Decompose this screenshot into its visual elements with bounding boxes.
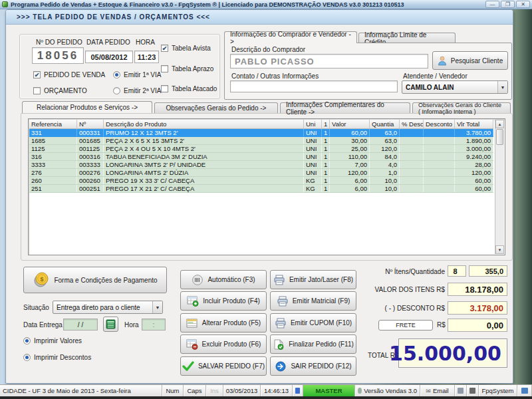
contato-field[interactable]: [230, 80, 398, 92]
orcamento-checkbox[interactable]: ORÇAMENTO: [33, 87, 87, 94]
situacao-label: Situação: [23, 304, 49, 311]
scroll-down-icon[interactable]: ▼: [495, 245, 504, 254]
table-body: 331 000331 PRUMO 12 X 12 3MTS 2' UNI 1 6…: [29, 129, 493, 193]
descricao-comprador-field[interactable]: PABLO PICASSO: [230, 54, 428, 68]
tab-observacoes-pedido[interactable]: Observações Gerais do Pedido ->: [154, 102, 278, 113]
radio-icon: [23, 337, 31, 344]
desconto-label: ( - ) DESCONTO R$: [365, 305, 445, 312]
tabela-avista-checkbox[interactable]: ✔ Tabela Avista: [161, 45, 211, 52]
hora-entrega-field[interactable]: :: [142, 319, 166, 331]
valor-itens-label: VALOR DOS ITENS R$: [365, 286, 445, 293]
scroll-up-icon[interactable]: ▲: [495, 120, 504, 128]
sair-pedido-button[interactable]: SAIR PEDIDO (F12): [270, 356, 356, 376]
table-row[interactable]: 331 000331 PRUMO 12 X 12 3MTS 2' UNI 1 6…: [29, 129, 493, 137]
table-row[interactable]: 3333 003333 LONGARINA 3MTS 2' P/ UNIDADE…: [29, 161, 493, 169]
header-uni[interactable]: Uni: [304, 120, 322, 129]
emitir-cupom-button[interactable]: Emitir CUPOM (F10): [270, 313, 356, 332]
imprimir-descontos-radio[interactable]: Imprimir Descontos: [23, 354, 91, 361]
frete-currency-label: R$: [437, 321, 446, 329]
minimize-button[interactable]: —: [485, 1, 499, 8]
emitir-matricial-button[interactable]: Emitir Matricial (F9): [270, 291, 356, 311]
header-vlr-total[interactable]: Vlr Total: [455, 120, 493, 129]
envelope-icon: ✉: [426, 388, 431, 394]
order-groupbox: Nº DO PEDIDO 18056 DATA PEDIDO 05/08/201…: [19, 34, 220, 99]
window-title: Programa Pedido de Vendas + Estoque & Fi…: [11, 1, 485, 8]
table-row[interactable]: 260 000260 PREGO 19 X 33 3' C/ CABEÇA KG…: [29, 177, 493, 185]
status-bar: CIDADE - UF 3 de Maio de 2013 - Sexta-fe…: [0, 384, 532, 396]
calendar-button[interactable]: [103, 317, 118, 332]
table-row[interactable]: 1125 001125 PEÇA 2 X 4 OU 5 X 10 4MTS 2'…: [29, 145, 493, 153]
emitir-1via-radio[interactable]: Emitir 1ª VIA: [113, 71, 162, 78]
numero-pedido-field[interactable]: 18056: [32, 47, 84, 64]
status-time: 14:46:13: [261, 385, 293, 396]
tab-relacionar-produtos[interactable]: Relacionar Produtos e Serviços ->: [22, 101, 152, 113]
status-connection-seg: [467, 385, 479, 396]
tabela-atacado-checkbox[interactable]: Tabela Atacado: [161, 85, 217, 92]
table-row[interactable]: 1685 001685 PEÇA 2 X 6 5 X 15 3MTS 2' UN…: [29, 137, 493, 145]
tab-limite-credito[interactable]: Informação Limite de Crédito: [358, 33, 456, 43]
data-entrega-label: Data Entrega: [23, 321, 63, 329]
finalizar-pedido-button[interactable]: Finalizar Pedido (F11): [270, 334, 356, 354]
tab-comprador-vendedor[interactable]: Informações do Comprador e Vendedor ->: [224, 31, 357, 43]
calendar-icon: [106, 319, 116, 329]
printer-icon: [277, 296, 289, 307]
radio-icon: [113, 71, 120, 78]
data-pedido-field[interactable]: 05/08/2012: [85, 51, 133, 63]
header-valor[interactable]: Valor: [330, 120, 370, 129]
coin-icon: $: [33, 271, 50, 289]
hora-field[interactable]: 11:23: [134, 51, 159, 63]
desconto-box: 3.178,00: [448, 301, 507, 315]
itens-quantidade-label: Nº Ítens/Quantidade: [365, 268, 445, 275]
buyer-panel: Descrição do Comprador PABLO PICASSO Pes…: [224, 43, 512, 100]
checkbox-empty-icon: [161, 85, 168, 92]
salvar-pedido-button[interactable]: SALVAR PEDIDO (F7): [180, 356, 267, 376]
data-entrega-field[interactable]: / /: [63, 319, 98, 331]
pedido-venda-checkbox[interactable]: ✔ PEDIDO DE VENDA: [33, 71, 105, 78]
alterar-produto-button[interactable]: Alterar Produto (F5): [180, 313, 267, 332]
header-descricao[interactable]: Descrição do Produto: [104, 120, 304, 129]
emitir-2via-radio[interactable]: Emitir 2ª VIA: [113, 87, 162, 94]
hora-entrega-label: Hora: [124, 321, 139, 329]
situacao-select[interactable]: Entrega direto para o cliente ▼: [53, 301, 163, 314]
window-titlebar[interactable]: Programa Pedido de Vendas + Estoque & Fi…: [0, 0, 532, 9]
header-desconto[interactable]: Desconto: [424, 120, 455, 129]
table-scrollbar[interactable]: ▲ ▼: [495, 120, 504, 254]
incluir-produto-button[interactable]: Incluir Produto (F4): [180, 291, 267, 311]
imprimir-valores-radio[interactable]: Imprimir Valores: [23, 337, 82, 344]
atendente-label: Atendente / Vendedor: [403, 72, 467, 80]
atendente-select[interactable]: CAMILO ALAIN ▼: [402, 80, 508, 94]
pesquisar-cliente-button[interactable]: Pesquisar Cliente: [432, 51, 508, 70]
user-icon: [295, 388, 300, 394]
hora-label: HORA: [136, 39, 155, 46]
status-printer-seg: [455, 385, 467, 396]
scroll-thumb[interactable]: [496, 129, 503, 145]
header-referencia[interactable]: Referencia: [29, 120, 77, 129]
person-icon: [438, 56, 447, 66]
header-quantia[interactable]: Quantia: [370, 120, 400, 129]
table-row[interactable]: 276 000276 LONGARINA 4MTS 2' DÚZIA UNI 1…: [29, 169, 493, 177]
table-header: Referencia Nº Descrição do Produto Uni 1…: [29, 120, 493, 129]
frete-button[interactable]: FRETE: [378, 320, 433, 331]
barcode-icon: [192, 275, 203, 285]
globe-icon: [358, 388, 362, 394]
form-caption[interactable]: >>> TELA PEDIDO DE VENDAS / ORÇAMENTOS <…: [6, 10, 513, 25]
table-row[interactable]: 316 000316 TABUA BENEFICIADA 3M 2' DUZIA…: [29, 153, 493, 161]
numero-pedido-label: Nº DO PEDIDO: [36, 39, 82, 46]
emitir-jato-laser-button[interactable]: Emitir Jato/Laser (F8): [270, 270, 356, 289]
tab-informacoes-cliente[interactable]: Informações Complementares do Cliente ->: [280, 102, 410, 113]
total-box: 15.000,00: [398, 338, 507, 368]
automatico-button[interactable]: Automático (F3): [180, 270, 267, 289]
radio-icon: [113, 87, 120, 94]
restore-button[interactable]: ❐: [501, 1, 515, 8]
close-button[interactable]: ✕: [516, 1, 530, 8]
table-row[interactable]: 251 000251 PREGO 17 X 21 2' C/ CABEÇA KG…: [29, 185, 493, 193]
excluir-produto-button[interactable]: Excluir Produto (F6): [180, 334, 267, 354]
forma-pagamento-button[interactable]: $ Forma e Condições de Pagamento: [23, 267, 167, 293]
header-numero[interactable]: Nº: [77, 120, 104, 129]
header-perc-desc[interactable]: % Desc.: [400, 120, 424, 129]
tab-observacoes-cliente[interactable]: Observações Gerais do Cliente ( Informaç…: [412, 102, 511, 113]
status-email[interactable]: ✉ Email: [420, 385, 455, 396]
document-check-icon: [273, 339, 285, 350]
header-tabela[interactable]: 1: [322, 120, 330, 129]
tabela-aprazo-checkbox[interactable]: Tabela Aprazo: [161, 65, 213, 72]
